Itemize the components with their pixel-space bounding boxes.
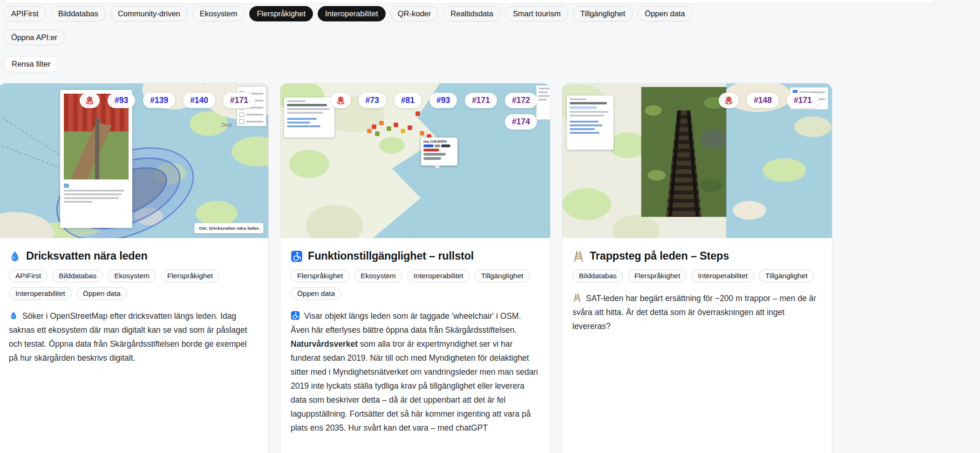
tag-chip[interactable]: Interoperabilitet <box>691 269 754 282</box>
issue-card-rullstol[interactable]: way 1148185654 #73 <box>280 83 551 453</box>
card-title: Trappsteg på leden – Steps <box>572 250 822 262</box>
label-line <box>538 91 548 93</box>
filter-chip-smart-tourism[interactable]: Smart tourism <box>505 6 568 21</box>
issue-badge[interactable]: #172 <box>505 93 537 108</box>
tag-chip[interactable]: Ekosystem <box>354 269 402 282</box>
popup-line <box>570 115 604 117</box>
edit-tag-pill[interactable] <box>441 144 450 147</box>
signpost <box>95 118 99 179</box>
issue-card-dricksvatten[interactable]: Örnö <box>0 83 269 453</box>
filter-chip-bilddatabas[interactable]: Bilddatabas <box>51 6 106 21</box>
checkbox[interactable] <box>239 112 244 117</box>
tag-chip[interactable]: Öppen data <box>76 287 127 300</box>
issue-badge[interactable]: #81 <box>394 93 422 108</box>
label-line <box>538 95 550 97</box>
issue-badge[interactable]: #171 <box>465 93 497 108</box>
badge-row: #73 #81 #93 #171 #172 <box>331 93 537 108</box>
map-place-label: Örnö <box>221 123 231 128</box>
tag-chip[interactable]: Ekosystem <box>108 269 156 282</box>
description-bold: Naturvårdsverket <box>291 339 358 349</box>
tag-chip[interactable]: Flerspråkighet <box>291 269 349 282</box>
card-map-image: Örnö <box>0 83 268 238</box>
tag-chip[interactable]: APIFirst <box>9 269 48 282</box>
tag-chip[interactable]: Interoperabilitet <box>407 269 470 282</box>
droplet-icon <box>9 250 21 262</box>
filter-chip-tillganglighet[interactable]: Tillgänglighet <box>573 6 633 21</box>
octopus-icon[interactable] <box>331 93 351 108</box>
caption-line <box>64 197 119 199</box>
red-tag-pill[interactable] <box>423 149 439 151</box>
issue-badge[interactable]: #93 <box>429 93 457 108</box>
card-tags: APIFirst Bilddatabas Ekosystem Flerspråk… <box>9 269 258 300</box>
gray-tag-pill[interactable] <box>423 153 446 156</box>
issue-badge[interactable]: #148 <box>747 93 779 108</box>
popup-link-line[interactable] <box>570 121 599 123</box>
issue-badge[interactable]: #171 <box>787 93 819 108</box>
tag-chip[interactable]: Öppen data <box>291 287 341 300</box>
filter-chip-flersprakighet[interactable]: Flerspråkighet <box>249 6 313 21</box>
tag-chip[interactable]: Flerspråkighet <box>628 269 687 282</box>
map-photo-popup <box>60 90 132 228</box>
filter-chip-ekosystem[interactable]: Ekosystem <box>192 6 245 21</box>
tag-chip[interactable]: Bilddatabas <box>572 269 623 282</box>
clear-filters-button[interactable]: Rensa filter <box>4 56 58 72</box>
card-body: Funktionstillgänglighet – rullstol Flers… <box>280 250 550 435</box>
filter-chip-oppna-apier[interactable]: Öppna API:er <box>4 30 65 45</box>
tag-chip[interactable]: Interoperabilitet <box>9 287 72 300</box>
octopus-icon[interactable] <box>719 93 739 108</box>
map-marker <box>420 131 424 136</box>
popup-link-line[interactable] <box>570 124 602 126</box>
card-description: Visar objekt längs leden som är taggade … <box>291 309 540 435</box>
card-title: Funktionstillgänglighet – rullstol <box>291 250 540 262</box>
card-description: SAT-leden har begärt ersättning för ~200… <box>572 291 822 333</box>
card-tags: Flerspråkighet Ekosystem Interoperabilit… <box>291 269 540 300</box>
filter-chip-oppen-data[interactable]: Öppen data <box>637 6 692 21</box>
description-text: Visar objekt längs leden som är taggade … <box>291 311 521 335</box>
way-popup: way 1148185654 <box>421 137 457 165</box>
tag-chip[interactable]: Bilddatabas <box>52 269 103 282</box>
issue-badge[interactable]: #171 <box>223 93 255 108</box>
popup-link-line[interactable] <box>570 132 599 134</box>
issue-badge[interactable]: #139 <box>143 93 175 108</box>
map-marker <box>375 131 380 136</box>
map-layer-panel <box>536 85 550 120</box>
wheelchair-tag-pill[interactable] <box>423 144 434 147</box>
label-line <box>246 114 264 116</box>
issue-badge[interactable]: #73 <box>359 93 386 108</box>
tag-chip[interactable]: Flerspråkighet <box>161 269 219 282</box>
issue-card-trappsteg[interactable]: #148 #171 Trappsteg på leden – Steps Bil… <box>562 83 832 453</box>
label-line <box>538 99 547 101</box>
trail-stairs <box>666 110 701 217</box>
way-popup-title: way 1148185654 <box>423 140 455 143</box>
description-text: som alla tror är expertmyndighet ser vi … <box>291 339 538 432</box>
issue-badge[interactable]: #140 <box>183 93 215 108</box>
filter-chip-realtidsdata[interactable]: Realtidsdata <box>443 6 501 21</box>
label-line <box>246 121 264 123</box>
filter-chip-interoperabilitet[interactable]: Interoperabilitet <box>318 6 386 21</box>
map-caption-box: Om: Dricksvatten nära leden <box>194 223 264 233</box>
popup-link-line[interactable] <box>570 128 595 130</box>
osm-tag-pill[interactable] <box>435 144 440 147</box>
gray-tag-pill[interactable] <box>423 157 441 160</box>
card-tags: Bilddatabas Flerspråkighet Interoperabil… <box>572 269 822 282</box>
issue-badge[interactable]: #174 <box>505 114 537 130</box>
popup-line <box>570 111 609 113</box>
octopus-icon[interactable] <box>80 93 100 108</box>
filter-chip-qr-koder[interactable]: QR-koder <box>390 6 439 21</box>
filter-chip-apifirst[interactable]: APIFirst <box>4 6 46 21</box>
filter-chip-community-driven[interactable]: Community-driven <box>110 6 188 21</box>
ladder-icon <box>572 293 582 302</box>
issue-badges: #93 #139 #140 #171 <box>13 93 255 108</box>
tag-chip[interactable]: Tillgänglighet <box>475 269 530 282</box>
tag-chip[interactable]: Tillgänglighet <box>759 269 814 282</box>
description-text: SAT-leden har begärt ersättning för ~200… <box>572 294 816 331</box>
card-title-text: Dricksvatten nära leden <box>26 250 148 262</box>
filter-bar: APIFirst Bilddatabas Community-driven Ek… <box>0 0 980 72</box>
issue-badge[interactable]: #93 <box>108 93 135 108</box>
card-map-image: #148 #171 <box>562 83 832 238</box>
filter-chip-row-2: Öppna API:er <box>0 30 980 45</box>
checkbox[interactable] <box>239 119 244 124</box>
card-grid: Örnö <box>0 83 832 453</box>
badge-row: #174 <box>505 114 537 130</box>
label-line <box>538 88 550 89</box>
